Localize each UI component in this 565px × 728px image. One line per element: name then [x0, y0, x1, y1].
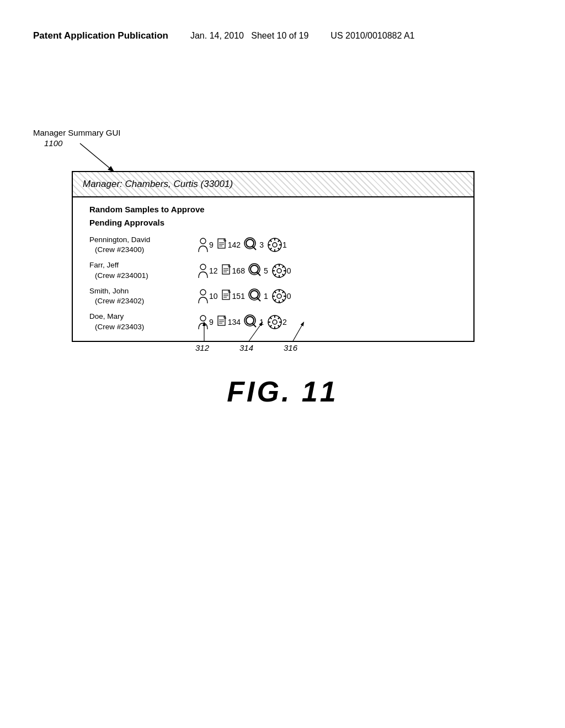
person-count-3: 10	[209, 292, 218, 301]
svg-point-38	[200, 290, 206, 295]
svg-line-76	[292, 323, 303, 342]
employee-name: Smith, John	[89, 286, 197, 296]
svg-point-11	[273, 243, 277, 247]
svg-line-72	[278, 317, 280, 319]
employee-crew: (Crew #23400)	[89, 245, 197, 255]
search-icon	[244, 237, 259, 253]
svg-line-18	[278, 240, 280, 242]
doc-count-3: 151	[232, 292, 245, 301]
employee-crew: (Crew #23402)	[89, 296, 197, 306]
person-count-2: 12	[209, 266, 218, 275]
svg-line-54	[282, 292, 284, 293]
employee-name: Farr, Jeff	[89, 260, 197, 270]
svg-text:316: 316	[284, 343, 298, 352]
svg-point-20	[200, 264, 206, 270]
patent-label: Patent Application Publication	[33, 30, 168, 41]
header-date: Jan. 14, 2010 Sheet 10 of 19	[190, 31, 308, 41]
svg-line-75	[248, 323, 262, 342]
manager-header-text: Manager: Chambers, Curtis (33001)	[81, 178, 235, 191]
employee-name: Pennington, David	[89, 235, 197, 245]
search-count-3: 1	[264, 292, 268, 301]
patent-page: Patent Application Publication Jan. 14, …	[0, 0, 565, 728]
random-samples-label: Random Samples to Approve	[89, 203, 462, 216]
svg-line-19	[270, 248, 271, 250]
svg-text:314: 314	[239, 343, 253, 352]
svg-text:312: 312	[195, 343, 210, 352]
search-count-2: 5	[264, 266, 268, 275]
person-icon	[197, 237, 209, 253]
gear-count-3: 0	[287, 292, 291, 301]
person-icon	[197, 288, 209, 304]
svg-line-55	[274, 299, 276, 301]
employee-name-block: Smith, John (Crew #23402)	[89, 286, 197, 306]
search-count-1: 3	[259, 240, 264, 249]
svg-line-0	[80, 143, 113, 171]
employee-name-block: Pennington, David (Crew #23400)	[89, 235, 197, 255]
employee-name-block: Farr, Jeff (Crew #234001)	[89, 260, 197, 280]
reference-arrows: 312 314 316	[177, 320, 342, 353]
figure-label: FIG. 11	[0, 375, 565, 408]
gear-icon	[271, 263, 287, 279]
gui-content: Random Samples to Approve Pending Approv…	[73, 197, 473, 341]
person-count-1: 9	[209, 240, 214, 249]
gear-icon	[271, 288, 287, 304]
svg-point-7	[246, 239, 254, 247]
person-icon	[197, 263, 209, 279]
svg-line-16	[270, 240, 271, 242]
pending-approvals-label: Pending Approvals	[89, 216, 462, 229]
doc-icon	[221, 290, 232, 303]
svg-point-43	[250, 291, 258, 298]
page-header: Patent Application Publication Jan. 14, …	[33, 30, 532, 41]
employee-row: Smith, John (Crew #23402) 10 151	[89, 286, 462, 306]
svg-line-17	[278, 248, 280, 250]
manager-header: Manager: Chambers, Curtis (33001)	[73, 172, 473, 197]
gear-count-2: 0	[287, 266, 291, 275]
doc-count-2: 168	[232, 266, 245, 275]
patent-number: US 2010/0010882 A1	[331, 31, 414, 41]
svg-line-37	[274, 274, 276, 275]
gear-icon	[267, 237, 282, 253]
svg-line-52	[274, 292, 276, 293]
svg-line-36	[282, 266, 284, 267]
employee-row: Farr, Jeff (Crew #234001) 12 168	[89, 260, 462, 280]
svg-point-29	[277, 269, 281, 273]
svg-point-2	[200, 238, 206, 244]
svg-point-25	[250, 265, 258, 273]
svg-line-35	[282, 274, 284, 275]
doc-icon	[221, 264, 232, 277]
svg-line-70	[270, 317, 271, 319]
svg-line-34	[274, 266, 276, 267]
employee-crew: (Crew #234001)	[89, 271, 197, 281]
search-icon	[248, 263, 264, 279]
doc-icon	[217, 238, 228, 251]
gui-title-text: Manager Summary GUI	[33, 127, 120, 138]
svg-point-47	[277, 294, 281, 298]
employee-row: Pennington, David (Crew #23400) 9	[89, 235, 462, 255]
gear-count-1: 1	[282, 240, 287, 249]
doc-count-1: 142	[228, 240, 241, 249]
search-icon	[248, 288, 264, 304]
svg-line-53	[282, 299, 284, 301]
manager-gui-box: Manager: Chambers, Curtis (33001) Random…	[72, 171, 475, 342]
